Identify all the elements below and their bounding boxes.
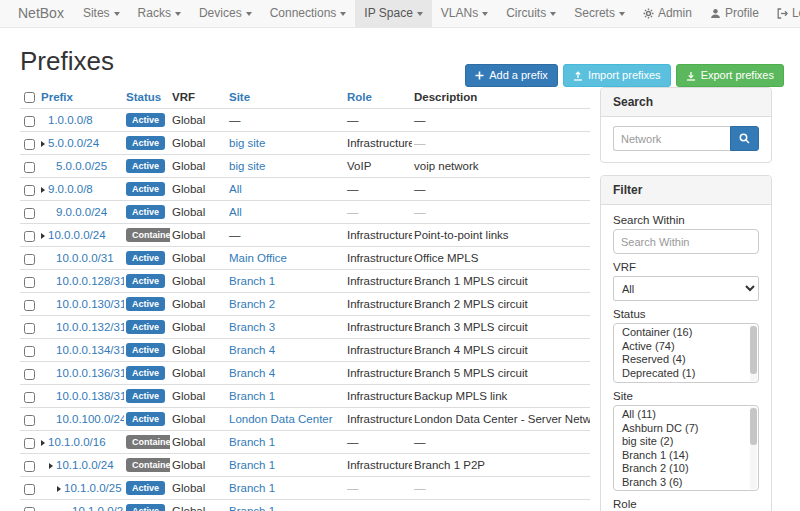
nav-item-circuits[interactable]: Circuits (497, 0, 565, 27)
nav-item-connections[interactable]: Connections (261, 0, 356, 27)
search-input[interactable] (613, 126, 730, 151)
list-option[interactable]: Branch 1 (14) (614, 449, 748, 463)
scrollbar-thumb[interactable] (750, 326, 757, 374)
prefix-indent (41, 284, 49, 285)
row-checkbox-cell (20, 247, 39, 270)
site-link[interactable]: All (229, 183, 242, 195)
site-link[interactable]: Branch 1 (229, 505, 275, 511)
nav-item-secrets[interactable]: Secrets (565, 0, 634, 27)
row-checkbox[interactable] (24, 300, 35, 311)
list-option[interactable]: All (11) (614, 408, 748, 422)
row-checkbox[interactable] (24, 461, 35, 472)
site-link[interactable]: All (229, 206, 242, 218)
status-badge: Active (126, 320, 165, 334)
prefix-link[interactable]: 10.1.0.0/16 (48, 436, 106, 448)
prefix-link[interactable]: 10.1.0.0/25 (64, 482, 122, 494)
logout-link[interactable]: Log out (768, 0, 800, 27)
search-button[interactable] (730, 126, 759, 151)
vrf-cell: Global (170, 454, 227, 477)
site-link[interactable]: big site (229, 137, 265, 149)
list-option[interactable]: Deprecated (1) (614, 367, 748, 381)
prefix-link[interactable]: 10.0.0.0/31 (56, 252, 114, 264)
column-header-status[interactable]: Status (124, 87, 170, 109)
site-link[interactable]: Branch 1 (229, 459, 275, 471)
prefix-link[interactable]: 9.0.0.0/24 (56, 206, 107, 218)
row-checkbox[interactable] (24, 346, 35, 357)
row-checkbox[interactable] (24, 323, 35, 334)
prefix-link[interactable]: 5.0.0.0/25 (56, 160, 107, 172)
table-row: 10.1.0.0/26 Active Global Branch 1 — — (20, 500, 590, 511)
prefix-link[interactable]: 1.0.0.0/8 (48, 114, 93, 126)
prefix-link[interactable]: 10.0.100.0/24 (56, 413, 124, 425)
search-within-input[interactable] (613, 229, 759, 254)
site-link[interactable]: Branch 4 (229, 344, 275, 356)
site-link[interactable]: Branch 1 (229, 482, 275, 494)
row-checkbox[interactable] (24, 415, 35, 426)
row-checkbox[interactable] (24, 254, 35, 265)
add-prefix-button[interactable]: Add a prefix (465, 64, 558, 87)
nav-item-ip-space[interactable]: IP Space (355, 0, 431, 27)
list-option[interactable]: Ashburn DC (7) (614, 422, 748, 436)
row-checkbox[interactable] (24, 369, 35, 380)
site-link[interactable]: Branch 1 (229, 275, 275, 287)
site-link[interactable]: Branch 3 (229, 321, 275, 333)
prefix-link[interactable]: 10.0.0.128/31 (56, 275, 124, 287)
nav-item-racks[interactable]: Racks (129, 0, 190, 27)
vrf-select[interactable]: All (613, 276, 759, 301)
prefix-link[interactable]: 10.0.0.134/31 (56, 344, 124, 356)
column-header-role[interactable]: Role (345, 87, 412, 109)
site-listbox[interactable]: All (11)Ashburn DC (7)big site (2)Branch… (613, 405, 759, 491)
brand-link[interactable]: NetBox (10, 0, 74, 27)
row-checkbox[interactable] (24, 162, 35, 173)
column-header-site[interactable]: Site (227, 87, 345, 109)
select-all-checkbox[interactable] (24, 92, 35, 103)
site-link[interactable]: big site (229, 160, 265, 172)
scrollbar-thumb[interactable] (750, 408, 757, 445)
row-checkbox[interactable] (24, 116, 35, 127)
download-icon (686, 71, 696, 81)
list-option[interactable]: Reserved (4) (614, 353, 748, 367)
site-link[interactable]: Branch 1 (229, 390, 275, 402)
table-row: 10.0.0.0/31 Active Global Main Office In… (20, 247, 590, 270)
list-option[interactable]: Active (74) (614, 340, 748, 354)
site-link[interactable]: Main Office (229, 252, 287, 264)
list-option[interactable]: Container (16) (614, 326, 748, 340)
site-link[interactable]: Branch 1 (229, 436, 275, 448)
nav-item-sites[interactable]: Sites (74, 0, 129, 27)
prefix-link[interactable]: 10.1.0.0/24 (56, 459, 114, 471)
vrf-cell: Global (170, 155, 227, 178)
prefix-link[interactable]: 9.0.0.0/8 (48, 183, 93, 195)
row-checkbox[interactable] (24, 392, 35, 403)
nav-item-devices[interactable]: Devices (190, 0, 261, 27)
row-checkbox[interactable] (24, 231, 35, 242)
row-checkbox[interactable] (24, 277, 35, 288)
list-option[interactable]: Branch 3 (6) (614, 476, 748, 490)
nav-item-vlans[interactable]: VLANs (432, 0, 497, 27)
site-link[interactable]: London Data Center (229, 413, 333, 425)
row-checkbox[interactable] (24, 438, 35, 449)
site-link[interactable]: Branch 4 (229, 367, 275, 379)
row-checkbox[interactable] (24, 139, 35, 150)
prefix-indent (41, 376, 49, 377)
prefix-link[interactable]: 10.0.0.130/31 (56, 298, 124, 310)
prefix-link[interactable]: 10.1.0.0/26 (72, 505, 124, 511)
prefix-link[interactable]: 10.0.0.132/31 (56, 321, 124, 333)
list-option[interactable]: Branch 2 (10) (614, 462, 748, 476)
row-checkbox[interactable] (24, 507, 35, 511)
site-link[interactable]: Branch 2 (229, 298, 275, 310)
row-checkbox[interactable] (24, 208, 35, 219)
row-checkbox[interactable] (24, 185, 35, 196)
export-prefixes-button[interactable]: Export prefixes (676, 64, 784, 87)
prefix-link[interactable]: 10.0.0.136/31 (56, 367, 124, 379)
column-header-prefix[interactable]: Prefix (39, 87, 124, 109)
profile-link[interactable]: Profile (701, 0, 768, 27)
list-option[interactable]: big site (2) (614, 435, 748, 449)
row-checkbox[interactable] (24, 484, 35, 495)
list-option[interactable]: Branch 4 (12) (614, 489, 748, 491)
prefix-link[interactable]: 5.0.0.0/24 (48, 137, 99, 149)
prefix-link[interactable]: 10.0.0.138/31 (56, 390, 124, 402)
prefix-link[interactable]: 10.0.0.0/24 (48, 229, 106, 241)
import-prefixes-button[interactable]: Import prefixes (563, 64, 671, 87)
admin-link[interactable]: Admin (634, 0, 701, 27)
status-listbox[interactable]: Container (16)Active (74)Reserved (4)Dep… (613, 323, 759, 383)
